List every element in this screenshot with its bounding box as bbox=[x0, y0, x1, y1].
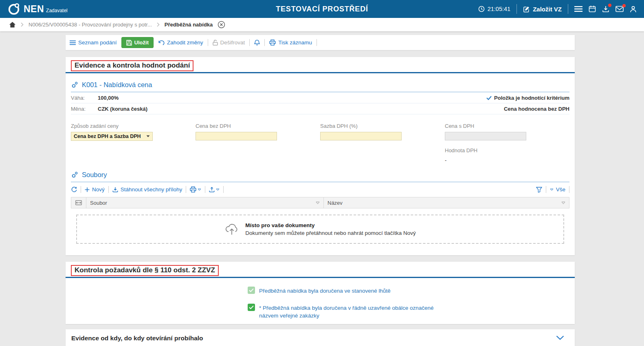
k001-section-title: K001 - Nabídková cena bbox=[71, 81, 569, 92]
mena-value: CZK (koruna česká) bbox=[98, 106, 147, 112]
refresh-button[interactable] bbox=[71, 186, 77, 193]
list-icon bbox=[70, 40, 76, 45]
seznam-podani-button[interactable]: Seznam podání bbox=[70, 39, 117, 46]
cloud-upload-icon bbox=[224, 223, 239, 235]
checkbox-delivered-on-time[interactable] bbox=[248, 287, 255, 294]
calendar-icon bbox=[589, 5, 596, 13]
mena-row: Měna: CZK (koruna česká) Cena hodnocena … bbox=[71, 103, 569, 114]
breadcrumb-separator-icon bbox=[21, 22, 24, 27]
check-icon bbox=[249, 288, 254, 292]
price-entry-mode-select[interactable]: Cena bez DPH a Sazba DPH bbox=[71, 132, 153, 141]
discard-changes-label: Zahodit změny bbox=[167, 39, 203, 46]
top-header-bar: NEN Zadavatel TESTOVACÍ PROSTŘEDÍ 21:05:… bbox=[0, 0, 644, 18]
toolbar-divider bbox=[546, 186, 546, 193]
column-chooser-icon bbox=[75, 200, 82, 205]
printer-icon bbox=[269, 39, 276, 46]
nen-brand[interactable]: NEN Zadavatel bbox=[7, 2, 68, 15]
dropzone-title: Místo pro vaše dokumenty bbox=[245, 222, 416, 228]
divider bbox=[568, 4, 568, 14]
download-all-attachments-button[interactable]: Stáhnout všechny přílohy bbox=[112, 186, 182, 193]
menu-icon bbox=[574, 6, 582, 12]
check-row-obalka: * Předběžná nabídka byla doručena v řádn… bbox=[248, 304, 575, 320]
menu-button[interactable] bbox=[574, 6, 582, 12]
decrypt-label: Dešifrovat bbox=[220, 39, 245, 46]
vat-rate-input[interactable] bbox=[320, 132, 402, 140]
environment-title: TESTOVACÍ PROSTŘEDÍ bbox=[276, 5, 368, 13]
mena-label: Měna: bbox=[71, 106, 98, 112]
new-file-button[interactable]: Nový bbox=[85, 186, 105, 193]
home-icon[interactable] bbox=[9, 22, 16, 28]
price-form: Způsob zadání ceny Cena bez DPH a Sazba … bbox=[71, 123, 569, 163]
print-record-label: Tisk záznamu bbox=[278, 39, 312, 46]
filter-button[interactable] bbox=[536, 187, 542, 193]
record-toolbar: Seznam podání Uložit Zahodit změny Dešif… bbox=[66, 35, 575, 50]
vaha-row: Váha: 100,00% Položka je hodnotící krité… bbox=[71, 92, 569, 103]
file-dropzone[interactable]: Místo pro vaše dokumenty Dokumenty sem m… bbox=[76, 215, 564, 244]
chevron-down-icon bbox=[146, 135, 150, 138]
seznam-podani-label: Seznam podání bbox=[78, 39, 117, 46]
column-header-nazev[interactable]: Název bbox=[324, 197, 569, 208]
price-without-vat-input[interactable] bbox=[196, 132, 277, 140]
dropdown-caret-icon bbox=[198, 188, 201, 191]
user-icon bbox=[630, 6, 637, 13]
notifications-button[interactable] bbox=[254, 39, 260, 46]
toolbar-divider bbox=[317, 39, 317, 46]
evidence-section-card: Evidence a kontrola hodnot podání K001 -… bbox=[66, 57, 575, 255]
check-row-lhuta: Předběžná nabídka byla doručena ve stano… bbox=[248, 287, 575, 295]
dropdown-caret-icon bbox=[550, 188, 554, 191]
toolbar-divider bbox=[208, 39, 208, 46]
price-without-vat-flag: Cena hodnocena bez DPH bbox=[504, 106, 569, 112]
checkbox-sealed-envelope[interactable] bbox=[248, 304, 255, 311]
price-entry-mode-value: Cena bez DPH a Sazba DPH bbox=[74, 134, 141, 139]
dropdown-caret-icon bbox=[216, 188, 220, 191]
price-with-vat-label: Cena s DPH bbox=[445, 123, 569, 129]
sort-caret-icon[interactable] bbox=[561, 201, 565, 204]
column-header-soubor[interactable]: Soubor bbox=[86, 197, 324, 208]
nen-logo-icon bbox=[7, 2, 20, 15]
bell-icon bbox=[254, 39, 260, 46]
toolbar-divider bbox=[186, 186, 186, 193]
plus-icon bbox=[85, 187, 90, 192]
criterion-flag: Položka je hodnotící kritérium bbox=[486, 95, 569, 101]
vat-rate-label: Sazba DPH (%) bbox=[320, 123, 445, 129]
files-section-title: Soubory bbox=[71, 171, 569, 182]
download-attachments-icon bbox=[112, 187, 118, 193]
files-gears-icon bbox=[71, 171, 78, 179]
print-files-button[interactable] bbox=[190, 186, 201, 193]
breadcrumb-current: Předběžná nabídka bbox=[165, 22, 213, 28]
column-soubor-label: Soubor bbox=[90, 200, 107, 206]
save-button[interactable]: Uložit bbox=[121, 37, 154, 48]
messages-button[interactable] bbox=[615, 6, 624, 12]
messages-notification-badge bbox=[622, 4, 626, 7]
k001-title-label: K001 - Nabídková cena bbox=[82, 81, 152, 89]
discard-changes-button[interactable]: Zahodit změny bbox=[158, 39, 203, 46]
criterion-gears-icon bbox=[71, 81, 78, 89]
column-chooser-button[interactable] bbox=[71, 197, 86, 208]
print-record-button[interactable]: Tisk záznamu bbox=[269, 39, 312, 46]
downloads-button[interactable] bbox=[602, 5, 609, 13]
files-table-header: Soubor Název bbox=[71, 197, 569, 208]
filter-all-button[interactable]: Vše bbox=[550, 186, 565, 193]
export-icon bbox=[209, 187, 215, 193]
expand-chevron-icon[interactable] bbox=[556, 335, 564, 340]
evidence-otevirani-card[interactable]: Evidence od kdy, do kdy otevírání probíh… bbox=[66, 329, 575, 346]
criterion-flag-label: Položka je hodnotící kritérium bbox=[494, 95, 569, 101]
vaha-value: 100,00% bbox=[98, 95, 119, 101]
create-vz-button[interactable]: Založit VZ bbox=[523, 6, 562, 13]
breadcrumb-parent[interactable]: N006/25/V00005438 - Provozování prodejny… bbox=[29, 22, 152, 28]
profile-button[interactable] bbox=[630, 6, 637, 13]
undo-icon bbox=[158, 40, 165, 45]
evidence-otevirani-heading: Evidence od kdy, do kdy otevírání probíh… bbox=[66, 329, 575, 342]
files-title-label: Soubory bbox=[82, 171, 107, 179]
decrypt-button[interactable]: Dešifrovat bbox=[213, 39, 245, 46]
calendar-button[interactable] bbox=[589, 5, 596, 13]
dropzone-hint: Dokumenty sem můžete přetáhnout nebo nah… bbox=[245, 230, 416, 236]
clock-icon bbox=[478, 6, 485, 12]
close-tab-icon[interactable] bbox=[218, 21, 225, 28]
toolbar-divider bbox=[264, 39, 265, 46]
evidence-section-heading: Evidence a kontrola hodnot podání bbox=[71, 60, 193, 71]
sort-caret-icon[interactable] bbox=[316, 201, 320, 204]
toolbar-divider bbox=[223, 186, 224, 193]
session-time-value: 21:05:41 bbox=[488, 6, 510, 12]
export-files-button[interactable] bbox=[209, 187, 220, 193]
